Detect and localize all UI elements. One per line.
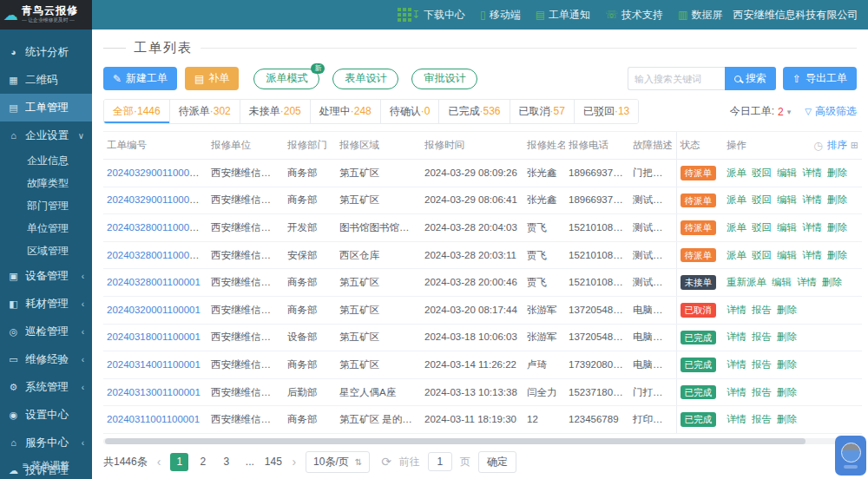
new-order-button[interactable]: ✎ 新建工单 [103, 67, 177, 90]
op-link[interactable]: 详情 [727, 387, 746, 397]
apps-grid-icon[interactable] [398, 8, 411, 22]
op-link[interactable]: 驳回 [752, 222, 772, 233]
sidebar-item[interactable]: 部门管理 [0, 194, 92, 217]
status-tab[interactable]: 待确认·0 [381, 100, 440, 123]
op-link[interactable]: 报告 [752, 414, 772, 424]
sidebar-item[interactable]: ◉ 设置中心 [0, 401, 92, 429]
status-tab[interactable]: 已取消·57 [510, 100, 575, 123]
op-link[interactable]: 派单 [727, 167, 746, 178]
op-link[interactable]: 删除 [827, 250, 847, 260]
order-id-link[interactable]: 20240320001100001 [107, 305, 201, 315]
op-link[interactable]: 详情 [802, 194, 822, 205]
page-number[interactable]: 2 [194, 453, 212, 471]
op-link[interactable]: 详情 [727, 331, 746, 342]
next-page-button[interactable]: › [290, 455, 298, 469]
confirm-button[interactable]: 确定 [478, 451, 516, 473]
order-id-link[interactable]: 20240318001100001 [107, 331, 201, 342]
op-link[interactable]: 编辑 [777, 222, 797, 233]
op-link[interactable]: 派单 [727, 250, 746, 260]
menu-adjust-button[interactable]: ≡菜单调整 [0, 459, 92, 472]
op-link[interactable]: 删除 [777, 331, 797, 342]
sidebar-item[interactable]: 区域管理 [0, 240, 92, 262]
advanced-filter-button[interactable]: ▽ 高级筛选 [805, 104, 857, 119]
op-link[interactable]: 报告 [752, 331, 772, 342]
status-tab[interactable]: 未接单·205 [240, 100, 311, 123]
sidebar-item[interactable]: ▤ 工单管理 [0, 94, 92, 121]
op-link[interactable]: 删除 [777, 359, 797, 370]
op-link[interactable]: 重新派单 [727, 277, 766, 287]
today-orders-dropdown[interactable]: 今日工单: 2 ▾ [730, 104, 792, 119]
horizontal-scrollbar[interactable] [103, 438, 857, 444]
op-link[interactable]: 驳回 [752, 250, 772, 260]
op-link[interactable]: 报告 [752, 359, 772, 370]
sidebar-item[interactable]: 故障类型 [0, 172, 92, 194]
sidebar-item[interactable]: ◎ 巡检管理 ‹ [0, 318, 92, 345]
sidebar-item[interactable]: ⚙ 系统管理 ‹ [0, 373, 92, 401]
top-nav-item[interactable]: ▥ 数据屏 [678, 8, 722, 23]
status-tab[interactable]: 处理中·248 [311, 100, 381, 123]
op-link[interactable]: 驳回 [752, 194, 772, 205]
order-id-link[interactable]: 20240328001100004 [107, 222, 201, 233]
op-link[interactable]: 删除 [827, 222, 847, 233]
op-link[interactable]: 删除 [827, 194, 847, 205]
prev-page-button[interactable]: ‹ [155, 455, 163, 469]
page-number[interactable]: 3 [217, 453, 235, 471]
floating-helper-widget[interactable] [835, 436, 866, 476]
order-id-link[interactable]: 20240328001100003 [107, 250, 201, 260]
op-link[interactable]: 详情 [727, 359, 746, 370]
top-nav-item[interactable]: ▤ 工单通知 [536, 8, 590, 23]
order-id-link[interactable]: 20240314001100001 [107, 359, 201, 370]
op-link[interactable]: 报告 [752, 305, 772, 315]
op-link[interactable]: 编辑 [777, 167, 797, 178]
op-link[interactable]: 删除 [777, 414, 797, 424]
approval-design-button[interactable]: 审批设计 [411, 69, 477, 89]
goto-page-input[interactable] [428, 452, 452, 471]
status-tab[interactable]: 已完成·536 [439, 100, 510, 123]
top-nav-item[interactable]: ▯ 移动端 [480, 8, 521, 23]
op-link[interactable]: 派单 [727, 222, 746, 233]
external-icon[interactable]: ⊞ [851, 140, 858, 151]
page-number[interactable]: 145 [264, 453, 282, 471]
order-id-link[interactable]: 20240329001100002 [107, 167, 201, 178]
op-link[interactable]: 删除 [777, 305, 797, 315]
sidebar-item[interactable]: ▦ 二维码 [0, 66, 92, 94]
app-logo[interactable]: ☁ 青鸟云报修 — 让企业维修更及时 — [0, 0, 92, 30]
op-link[interactable]: 删除 [822, 277, 842, 287]
search-input[interactable] [628, 67, 725, 90]
form-design-button[interactable]: 表单设计 [332, 69, 398, 89]
op-link[interactable]: 详情 [727, 305, 746, 315]
op-link[interactable]: 详情 [802, 250, 822, 260]
page-number[interactable]: ... [240, 453, 259, 471]
sidebar-item[interactable]: 单位管理 [0, 217, 92, 240]
order-id-link[interactable]: 20240311001100001 [107, 414, 200, 424]
status-tab[interactable]: 已驳回·13 [575, 100, 638, 123]
sidebar-item[interactable]: ⌂ 服务中心 ‹ [0, 429, 92, 456]
op-link[interactable]: 派单 [727, 194, 746, 205]
sidebar-item[interactable]: ⌂ 企业设置 ∨ [0, 121, 92, 149]
op-link[interactable]: 详情 [802, 222, 822, 233]
op-link[interactable]: 删除 [827, 167, 847, 178]
op-link[interactable]: 删除 [777, 387, 797, 397]
order-id-link[interactable]: 20240329001100001 [107, 194, 201, 205]
dispatch-mode-button[interactable]: 派单模式 新 [253, 69, 319, 89]
status-tab[interactable]: 待派单·302 [170, 100, 240, 123]
sidebar-item[interactable]: ▣ 设备管理 ‹ [0, 262, 92, 290]
page-size-select[interactable]: 10条/页 ⇅ [306, 451, 370, 473]
op-link[interactable]: 编辑 [772, 277, 792, 287]
op-link[interactable]: 报告 [752, 387, 772, 397]
order-id-link[interactable]: 20240313001100001 [107, 387, 201, 397]
search-button[interactable]: 搜索 [725, 67, 776, 90]
order-id-link[interactable]: 20240328001100001 [107, 277, 201, 287]
op-link[interactable]: 编辑 [777, 250, 797, 260]
op-link[interactable]: 详情 [727, 414, 746, 424]
op-link[interactable]: 详情 [797, 277, 817, 287]
sort-link[interactable]: 排序 [827, 139, 847, 152]
status-tab[interactable]: 全部·1446 [104, 100, 170, 123]
sidebar-item[interactable]: 企业信息 [0, 149, 92, 172]
export-orders-button[interactable]: ⇧ 导出工单 [783, 67, 857, 90]
sidebar-item[interactable]: ▭ 维修经验 ‹ [0, 345, 92, 373]
supplement-order-button[interactable]: ▤ 补单 [185, 67, 239, 90]
scrollbar-thumb[interactable] [105, 438, 806, 444]
sidebar-item[interactable]: ◧ 耗材管理 ‹ [0, 290, 92, 318]
op-link[interactable]: 编辑 [777, 194, 797, 205]
